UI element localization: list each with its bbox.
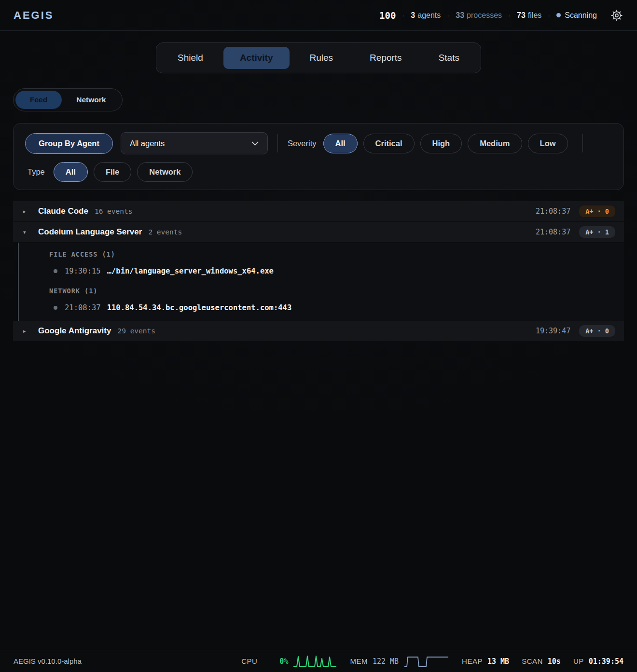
agent-grade-badge: A+ · 0 [579, 206, 615, 217]
agent-last-time: 21:08:37 [536, 228, 570, 236]
severity-low-pill[interactable]: Low [528, 134, 568, 153]
agent-group-claude-code[interactable]: ▸ Claude Code 16 events 21:08:37 A+ · 0 [13, 201, 624, 222]
toggle-feed[interactable]: Feed [15, 91, 62, 109]
filter-row-type: Type All File Network [25, 162, 612, 182]
files-label: files [528, 11, 541, 19]
header-stats: 100 · 3agents · 33processes · 73files · … [379, 9, 623, 22]
scan-label: SCAN [522, 657, 543, 665]
heap-label: HEAP [462, 657, 483, 665]
event-feed: ▸ Claude Code 16 events 21:08:37 A+ · 0 … [13, 201, 624, 342]
toggle-network[interactable]: Network [62, 91, 120, 109]
settings-button[interactable] [610, 9, 623, 22]
group-meta: 19:39:47 A+ · 0 [536, 325, 615, 337]
processes-count: 33 [456, 11, 464, 19]
severity-all-pill[interactable]: All [323, 134, 358, 153]
agent-last-time: 21:08:37 [536, 207, 570, 216]
filter-row-severity: Group By Agent All agents Severity All C… [25, 132, 612, 154]
heap-value: 13 MB [487, 657, 509, 666]
type-file-pill[interactable]: File [94, 162, 131, 182]
chevron-down-icon [251, 141, 259, 146]
agent-grade-badge: A+ · 1 [579, 226, 615, 238]
group-meta: 21:08:37 A+ · 1 [536, 226, 615, 238]
security-score: 100 [379, 10, 396, 21]
event-section-title: FILE ACCESS (1) [49, 250, 624, 258]
tab-activity[interactable]: Activity [223, 47, 290, 69]
uptime-label: UP [573, 657, 584, 665]
header: AEGIS 100 · 3agents · 33processes · 73fi… [0, 0, 637, 31]
files-stat: 73files [517, 11, 541, 20]
severity-high-pill[interactable]: High [420, 134, 462, 153]
collapsed-arrow-icon: ▸ [23, 208, 31, 215]
type-label: Type [28, 167, 45, 177]
event-detail: …/bin/language_server_windows_x64.exe [107, 267, 274, 275]
separator-dot: · [447, 11, 449, 19]
divider [277, 134, 278, 152]
files-count: 73 [517, 11, 526, 19]
agents-count: 3 [411, 11, 415, 19]
tab-shield[interactable]: Shield [161, 47, 220, 69]
agent-name: Google Antigravity [38, 326, 111, 336]
expanded-arrow-icon: ▾ [23, 229, 31, 235]
agents-stat: 3agents [411, 11, 441, 20]
type-network-pill[interactable]: Network [137, 162, 193, 182]
event-time: 19:30:15 [65, 267, 101, 275]
tabbar-wrap: Shield Activity Rules Reports Stats [0, 42, 637, 73]
agent-name: Claude Code [38, 206, 88, 216]
scanning-status: Scanning [556, 11, 597, 20]
separator-dot: · [402, 11, 404, 19]
group-by-agent-button[interactable]: Group By Agent [25, 133, 113, 154]
tab-reports[interactable]: Reports [353, 47, 418, 69]
event-row[interactable]: 19:30:15 …/bin/language_server_windows_x… [54, 267, 624, 275]
tab-rules[interactable]: Rules [293, 47, 350, 69]
agent-group-expanded-body: FILE ACCESS (1) 19:30:15 …/bin/language_… [18, 243, 624, 321]
agent-select[interactable]: All agents [121, 132, 268, 154]
type-pills: All File Network [54, 162, 193, 182]
severity-label: Severity [288, 139, 317, 148]
type-all-pill[interactable]: All [54, 162, 88, 182]
cpu-value: 0% [279, 657, 288, 666]
agent-grade-badge: A+ · 0 [579, 325, 615, 337]
collapsed-arrow-icon: ▸ [23, 328, 31, 334]
agent-event-count: 29 events [117, 327, 155, 335]
divider [582, 134, 583, 152]
status-metrics: CPU 0% MEM 122 MB HEAP 13 MB SCAN 10s [241, 655, 623, 668]
severity-medium-pill[interactable]: Medium [468, 134, 522, 153]
severity-pills: All Critical High Medium Low [323, 134, 568, 153]
app-version: AEGIS v0.10.0-alpha [14, 657, 82, 665]
agent-event-count: 2 events [148, 228, 182, 236]
agent-group-codeium-language-server[interactable]: ▾ Codeium Language Server 2 events 21:08… [13, 222, 624, 243]
agents-label: agents [417, 11, 441, 19]
event-row[interactable]: 21:08:37 110.84.54.34.bc.googleuserconte… [54, 303, 624, 312]
cpu-sparkline [293, 655, 337, 668]
separator-dot: · [508, 11, 511, 19]
status-bar: AEGIS v0.10.0-alpha CPU 0% MEM 122 MB HE… [0, 650, 637, 672]
mem-sparkline [403, 655, 449, 668]
main-tabbar: Shield Activity Rules Reports Stats [156, 42, 481, 73]
processes-stat: 33processes [456, 11, 502, 20]
tab-stats[interactable]: Stats [422, 47, 476, 69]
event-bullet-icon [54, 269, 57, 273]
event-section-title: NETWORK (1) [49, 287, 624, 295]
app-logo: AEGIS [14, 9, 54, 22]
mem-value: 122 MB [373, 657, 399, 666]
scanning-label: Scanning [565, 11, 597, 20]
mem-label: MEM [350, 657, 368, 665]
event-bullet-icon [54, 306, 57, 310]
processes-label: processes [467, 11, 502, 19]
app-root: AEGIS 100 · 3agents · 33processes · 73fi… [0, 0, 637, 672]
agent-last-time: 19:39:47 [536, 327, 570, 335]
agent-event-count: 16 events [95, 207, 133, 215]
group-meta: 21:08:37 A+ · 0 [536, 206, 615, 217]
scanning-dot-icon [556, 13, 561, 17]
event-time: 21:08:37 [65, 303, 101, 312]
event-detail: 110.84.54.34.bc.googleusercontent.com:44… [107, 303, 292, 312]
view-toggle: Feed Network [13, 88, 123, 111]
severity-critical-pill[interactable]: Critical [363, 134, 415, 153]
cpu-label: CPU [241, 657, 257, 665]
agent-group-google-antigravity[interactable]: ▸ Google Antigravity 29 events 19:39:47 … [13, 321, 624, 342]
gear-icon [610, 9, 623, 22]
scan-value: 10s [548, 657, 561, 666]
filter-panel: Group By Agent All agents Severity All C… [13, 123, 624, 190]
uptime-value: 01:39:54 [589, 657, 623, 666]
separator-dot: · [548, 11, 550, 19]
